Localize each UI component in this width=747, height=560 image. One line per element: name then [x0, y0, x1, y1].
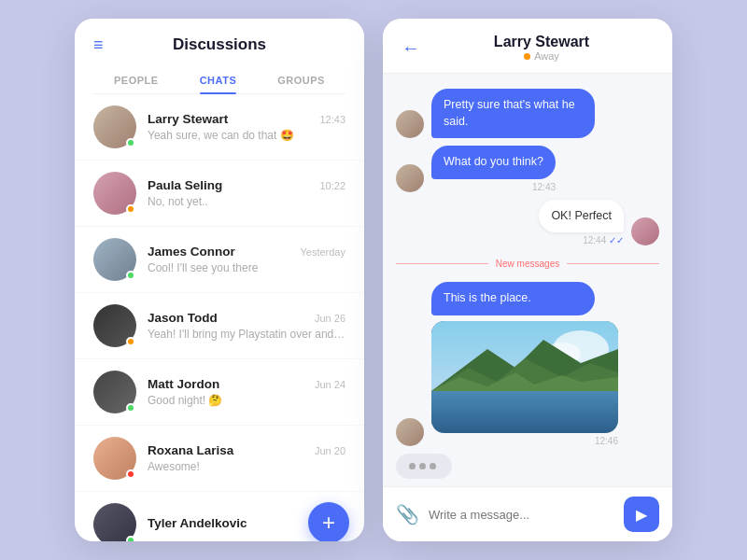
chat-name: Jason Todd [148, 311, 218, 325]
message-row: This is the place. [396, 282, 659, 446]
status-dot [126, 403, 135, 413]
list-item[interactable]: Matt Jordon Jun 24 Good night! 🤔 [75, 359, 364, 426]
message-bubble: What do you think? [431, 146, 556, 179]
divider-label: New messages [496, 259, 559, 269]
avatar [396, 418, 424, 446]
chat-time: Jun 26 [315, 313, 345, 324]
svg-rect-3 [431, 391, 618, 433]
avatar [93, 105, 136, 148]
list-item[interactable]: James Connor Yesterday Cool! I'll see yo… [75, 227, 364, 293]
typing-indicator [396, 454, 452, 479]
chat-preview: Yeah! I'll bring my Playstatin over and … [148, 328, 345, 341]
left-header: ≡ Discussions PEOPLE CHATS GROUPS [75, 19, 364, 94]
chat-name: Roxana Larisa [148, 443, 233, 457]
messages-list: Pretty sure that's what he said. What do… [383, 74, 672, 486]
chat-time: Yesterday [300, 246, 345, 258]
status-dot [126, 469, 135, 479]
tab-people[interactable]: PEOPLE [114, 67, 159, 93]
new-messages-divider: New messages [396, 259, 659, 269]
message-input-area: 📎 ▶ [383, 486, 672, 541]
tabs-bar: PEOPLE CHATS GROUPS [93, 67, 345, 94]
list-item[interactable]: Jason Todd Jun 26 Yeah! I'll bring my Pl… [75, 293, 364, 359]
chat-preview: Awesome! [148, 460, 345, 473]
fab-button[interactable]: + [308, 502, 349, 541]
message-input[interactable] [429, 508, 614, 522]
message-time: 12:43 [431, 182, 556, 192]
send-button[interactable]: ▶ [624, 497, 659, 532]
right-header: ← Larry Stewart Away [383, 19, 672, 74]
status-dot [126, 536, 135, 541]
list-item[interactable]: Larry Stewart 12:43 Yeah sure, we can do… [75, 94, 364, 161]
message-bubble: OK! Perfect [539, 200, 624, 233]
message-row: What do you think? 12:43 [396, 146, 659, 192]
avatar [631, 217, 659, 245]
chat-list-panel: ≡ Discussions PEOPLE CHATS GROUPS [75, 19, 364, 541]
chat-preview: Yeah sure, we can do that 🤩 [148, 129, 345, 142]
message-row: Pretty sure that's what he said. [396, 89, 659, 138]
status-dot [126, 204, 135, 214]
avatar [93, 304, 136, 347]
left-panel-title: Discussions [173, 35, 266, 54]
chat-name: Tyler Andelkovic [148, 516, 247, 530]
message-bubble: Pretty sure that's what he said. [431, 89, 595, 138]
chat-preview: Good night! 🤔 [148, 394, 345, 407]
contact-info: Larry Stewart Away [430, 34, 654, 62]
avatar [93, 503, 136, 541]
chat-time: Jun 20 [315, 445, 345, 456]
chat-time: Jun 24 [315, 379, 345, 390]
chat-preview: Cool! I'll see you there [148, 261, 345, 274]
contact-name: Larry Stewart [430, 34, 654, 50]
status-dot [126, 337, 135, 346]
message-row: OK! Perfect 12:44 ✓✓ [396, 200, 659, 246]
chat-panel: ← Larry Stewart Away Pretty sure that's … [383, 19, 672, 541]
message-image [431, 321, 618, 433]
chat-name: Larry Stewart [148, 112, 228, 126]
menu-icon[interactable]: ≡ [93, 35, 104, 55]
avatar [93, 371, 136, 413]
attach-icon[interactable]: 📎 [396, 503, 419, 525]
chat-name: Paula Seling [148, 178, 222, 192]
away-status-dot [524, 53, 530, 60]
chat-list: Larry Stewart 12:43 Yeah sure, we can do… [75, 94, 364, 541]
contact-status: Away [430, 50, 654, 62]
list-item[interactable]: Roxana Larisa Jun 20 Awesome! [75, 426, 364, 492]
chat-time: 10:22 [319, 180, 345, 191]
chat-preview: No, not yet.. [148, 195, 345, 208]
chat-name: Matt Jordon [148, 377, 219, 391]
tab-chats[interactable]: CHATS [200, 67, 237, 93]
message-time: 12:46 [431, 436, 618, 446]
message-time: 12:44 ✓✓ [583, 235, 624, 245]
chat-list-wrapper: Larry Stewart 12:43 Yeah sure, we can do… [75, 94, 364, 541]
send-icon: ▶ [636, 506, 647, 524]
status-dot [126, 138, 135, 147]
avatar [396, 164, 424, 192]
avatar [396, 110, 424, 138]
chat-name: James Connor [148, 245, 235, 259]
message-bubble: This is the place. [431, 282, 595, 315]
chat-time: 12:43 [319, 114, 345, 125]
back-button[interactable]: ← [402, 37, 420, 59]
typing-indicator-row [396, 454, 659, 479]
avatar [93, 238, 136, 281]
avatar [93, 172, 136, 215]
avatar [93, 437, 136, 480]
tab-groups[interactable]: GROUPS [277, 67, 325, 93]
status-dot [126, 271, 135, 280]
list-item[interactable]: Paula Seling 10:22 No, not yet.. [75, 161, 364, 227]
